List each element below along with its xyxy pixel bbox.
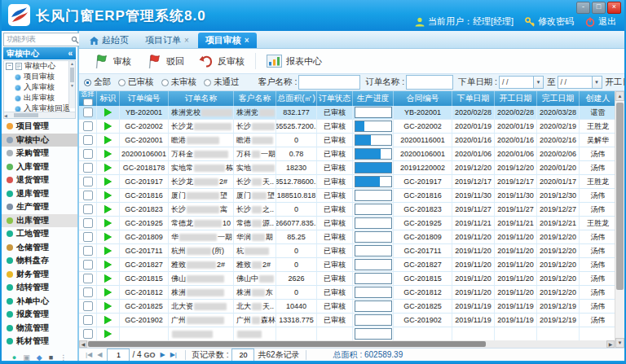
select-all-checkbox[interactable] (83, 99, 93, 106)
sidebar-item[interactable]: 入库管理 (2, 160, 77, 174)
table-row[interactable]: GC-202001瞻港瞻港0已审核202001160012020/01/1620… (79, 134, 617, 147)
row-checkbox[interactable] (83, 204, 93, 214)
row-checkbox[interactable] (83, 246, 93, 256)
table-row[interactable]: GC-201816厦门望厦门望188510.818已审核GC-201816201… (79, 189, 617, 203)
tree-vertical-scrollbar[interactable]: ▲ ▼ (68, 61, 75, 108)
tab-active[interactable]: 项目审核× (198, 33, 257, 48)
sidebar-item[interactable]: 仓储管理 (2, 241, 77, 255)
sidebar-item[interactable]: 报废管理 (2, 308, 77, 322)
customer-name-input[interactable] (298, 75, 360, 90)
row-checkbox[interactable] (83, 287, 93, 297)
sidebar-item[interactable]: 财务管理 (2, 268, 77, 282)
order-name-input[interactable] (406, 75, 453, 90)
row-checkbox[interactable] (83, 149, 93, 159)
sidebar-item[interactable]: 结转管理 (2, 281, 77, 295)
row-checkbox[interactable] (83, 107, 93, 117)
next-page-button[interactable]: ▶ (161, 351, 165, 358)
toolbar-button[interactable]: 驳回 (139, 51, 192, 72)
scroll-up-icon[interactable]: ▲ (69, 61, 75, 67)
column-header[interactable]: 创建人 (580, 91, 617, 106)
column-header[interactable]: 开工日期 (495, 91, 537, 106)
sidebar-item[interactable]: 生产管理 (2, 200, 77, 214)
scroll-down-icon[interactable]: ▼ (69, 83, 75, 89)
sidebar-item[interactable]: 耗材管理 (2, 335, 77, 349)
table-row[interactable]: GC-2018178实地常栋实地18230已审核201912200022019/… (79, 161, 617, 175)
row-checkbox[interactable] (83, 191, 93, 200)
column-header[interactable]: 标识 (97, 91, 120, 106)
row-checkbox[interactable] (83, 163, 93, 173)
tree-item[interactable]: 项目审核 (4, 72, 75, 82)
table-row[interactable]: GC-201823长沙寓长沙之..0已审核GC-2018232019/11/27… (79, 203, 617, 217)
sidebar-item[interactable]: 工地管理 (2, 227, 77, 241)
tab-close-icon[interactable]: × (245, 36, 249, 45)
sidebar-item[interactable]: 物流管理 (2, 322, 77, 335)
sidebar-item[interactable]: 采购管理 (2, 147, 77, 160)
status-radio[interactable]: 未通过 (204, 77, 240, 88)
row-checkbox[interactable] (83, 218, 93, 228)
change-password-button[interactable]: 修改密码 (525, 15, 574, 28)
collapse-icon[interactable]: « (68, 49, 73, 58)
tree-item[interactable]: 出库审核 (4, 93, 75, 103)
scroll-left-icon[interactable]: ◀ (79, 340, 87, 348)
table-row[interactable]: GC-201917长沙龙2#长沙天..8512.78600..已审核GC-201… (79, 175, 617, 189)
toolbar-button[interactable]: 审核 (86, 51, 139, 72)
sidebar-item[interactable]: 审核中心 (2, 134, 77, 147)
table-row[interactable]: GC-202002长沙龙长沙65525.7200..已审核GC-20200220… (79, 120, 617, 134)
minimize-button[interactable]: - (576, 2, 590, 14)
tree-expander-icon[interactable]: − (6, 63, 13, 70)
first-page-button[interactable]: |◀ (86, 351, 92, 358)
column-header[interactable]: 下单日期 (452, 91, 495, 106)
sidebar-item[interactable]: 物料盘存 (2, 254, 77, 268)
row-checkbox[interactable] (83, 177, 93, 186)
row-checkbox[interactable] (83, 232, 93, 242)
status-radio[interactable]: 已审核 (118, 77, 154, 88)
last-page-button[interactable]: ▶| (170, 351, 177, 358)
status-radio[interactable]: 全部 (84, 77, 111, 88)
page-size-input[interactable] (231, 349, 254, 362)
tree-hscroll-thumb[interactable] (14, 113, 38, 117)
table-row[interactable]: GC-201812株洲株洲东0已审核GC-2018122019/11/20201… (79, 286, 617, 300)
table-horizontal-scrollbar[interactable]: ◀ ▶ (79, 340, 615, 348)
table-row[interactable]: GC-201809华一期华润期85.25已审核GC-2018092019/11/… (79, 230, 617, 244)
scroll-right-icon[interactable]: ▶ (606, 340, 615, 348)
row-checkbox[interactable] (83, 274, 93, 283)
chevron-down-icon[interactable]: ▼ (592, 77, 602, 88)
tree-item[interactable]: 入库审核 (4, 82, 75, 93)
table-row[interactable]: GC-201711杭州(所)杭0已审核GC-2017112019/11/2020… (79, 244, 617, 258)
table-row[interactable]: 20200106001万科金万科一期0.78已审核202001060012020… (79, 147, 617, 161)
row-checkbox[interactable] (83, 301, 93, 311)
table-row[interactable] (79, 327, 617, 340)
table-row[interactable]: GC-201902广州广州森林13318.775已审核GC-2019022019… (79, 314, 617, 327)
column-header[interactable]: 订单编号 (120, 91, 169, 106)
column-header[interactable]: 完工日期 (537, 91, 580, 106)
scroll-left-icon[interactable]: ◀ (4, 113, 7, 118)
order-date-end-picker[interactable]: / /▼ (558, 76, 602, 89)
report-center-button[interactable]: 报表中心 (259, 52, 329, 70)
logout-button[interactable]: 退出 (585, 15, 616, 28)
column-header[interactable]: 客户名称 (234, 91, 276, 106)
tab-item[interactable]: 项目订单× (138, 33, 196, 48)
row-checkbox[interactable] (83, 329, 93, 339)
toolbar-button[interactable]: 反审核 (192, 52, 252, 70)
order-date-picker[interactable]: / /▼ (499, 76, 544, 89)
table-row[interactable]: GC-201815佛山佛山中2626已审核GC-2018152019/11/20… (79, 272, 617, 286)
table-row[interactable]: GC-201825北大资北大天..10440已审核GC-2018252019/1… (79, 300, 617, 314)
sidebar-panel-header[interactable]: 审核中心 « (3, 47, 76, 59)
column-header[interactable]: 选择 (79, 91, 97, 106)
table-row[interactable]: YB-202001株洲党校株洲党832.177已审核YB-2020012020/… (79, 106, 617, 120)
column-header[interactable]: 订单状态 (317, 91, 353, 106)
tab-item[interactable]: 起始页 (82, 33, 136, 48)
row-checkbox[interactable] (83, 315, 93, 325)
row-checkbox[interactable] (83, 121, 93, 131)
scroll-down-icon[interactable]: ▼ (615, 338, 624, 348)
row-checkbox[interactable] (83, 260, 93, 270)
function-search-input[interactable]: 功能列表 (3, 33, 82, 46)
tree-root-node[interactable]: − 审核中心 (4, 61, 75, 72)
column-header[interactable]: 总面积(㎡) (276, 91, 317, 106)
maximize-button[interactable]: □ (592, 2, 606, 14)
status-radio[interactable]: 未审核 (161, 77, 197, 88)
column-header[interactable]: 合同编号 (394, 91, 452, 106)
tab-close-icon[interactable]: × (184, 36, 189, 45)
column-header[interactable]: 订单名称 (169, 91, 234, 106)
sidebar-item[interactable]: 退库管理 (2, 187, 77, 201)
